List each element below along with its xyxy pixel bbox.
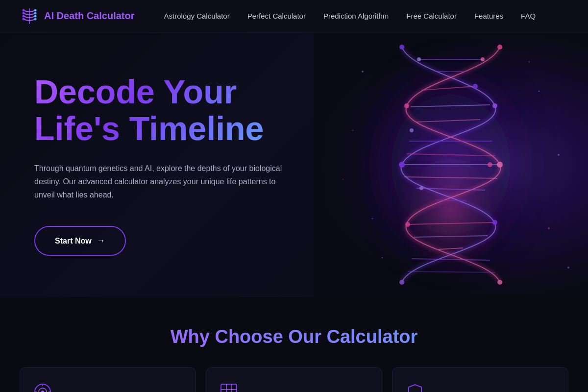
svg-point-51 bbox=[343, 179, 344, 180]
feature-card-ai-powered: AI-Powered bbox=[20, 367, 196, 392]
svg-point-30 bbox=[492, 103, 497, 108]
dna-helix-svg bbox=[314, 32, 588, 297]
svg-point-46 bbox=[558, 154, 560, 156]
svg-point-41 bbox=[405, 222, 410, 227]
svg-point-4 bbox=[23, 15, 25, 17]
svg-point-28 bbox=[417, 57, 421, 61]
nav-links: Astrology Calculator Perfect Calculator … bbox=[164, 12, 568, 20]
svg-point-6 bbox=[23, 18, 25, 20]
nav-prediction-algorithm[interactable]: Prediction Algorithm bbox=[323, 12, 389, 20]
svg-point-0 bbox=[23, 9, 25, 11]
svg-point-48 bbox=[548, 227, 550, 229]
multi-dimensional-icon bbox=[220, 383, 368, 392]
svg-point-1 bbox=[34, 9, 37, 11]
logo[interactable]: AI Death Calculator bbox=[20, 6, 134, 26]
ai-powered-icon bbox=[34, 383, 182, 392]
svg-point-2 bbox=[23, 12, 25, 14]
svg-point-43 bbox=[362, 71, 364, 73]
dna-background bbox=[314, 32, 588, 297]
hero-section: Decode Your Life's Timeline Through quan… bbox=[0, 32, 588, 297]
svg-point-29 bbox=[473, 84, 478, 89]
hero-visual bbox=[314, 32, 588, 297]
hero-content: Decode Your Life's Timeline Through quan… bbox=[0, 44, 314, 285]
logo-text: AI Death Calculator bbox=[44, 10, 134, 22]
svg-point-50 bbox=[567, 267, 569, 269]
svg-point-33 bbox=[488, 162, 492, 167]
why-section: Why Choose Our Calculator AI-Powered bbox=[0, 297, 588, 392]
svg-point-31 bbox=[410, 128, 414, 132]
privacy-icon bbox=[406, 383, 554, 392]
hero-title: Decode Your Life's Timeline bbox=[34, 74, 284, 147]
nav-perfect-calculator[interactable]: Perfect Calculator bbox=[247, 12, 306, 20]
svg-point-3 bbox=[34, 12, 37, 14]
svg-point-45 bbox=[352, 130, 354, 131]
svg-point-52 bbox=[529, 61, 530, 63]
svg-point-34 bbox=[419, 186, 423, 190]
svg-point-42 bbox=[497, 280, 502, 285]
nav-features[interactable]: Features bbox=[474, 12, 503, 20]
svg-point-36 bbox=[399, 280, 404, 285]
feature-card-multi-dimensional: Multi-Dimensional Analysis bbox=[206, 367, 382, 392]
svg-point-38 bbox=[481, 57, 485, 61]
svg-point-47 bbox=[372, 218, 373, 220]
svg-point-35 bbox=[492, 220, 497, 225]
feature-cards-row: AI-Powered Multi-Dimensional Analysis bbox=[20, 367, 568, 392]
svg-point-5 bbox=[34, 15, 37, 17]
nav-astrology-calculator[interactable]: Astrology Calculator bbox=[164, 12, 229, 20]
feature-card-privacy: Privacy Protected bbox=[392, 367, 568, 392]
svg-point-39 bbox=[404, 103, 409, 108]
svg-point-7 bbox=[34, 18, 37, 20]
hero-description: Through quantum genetics and AI, explore… bbox=[34, 162, 284, 202]
svg-point-37 bbox=[497, 45, 502, 49]
navbar: AI Death Calculator Astrology Calculator… bbox=[0, 0, 588, 32]
nav-free-calculator[interactable]: Free Calculator bbox=[406, 12, 457, 20]
why-section-title: Why Choose Our Calculator bbox=[20, 326, 568, 347]
start-now-button[interactable]: Start Now → bbox=[34, 226, 126, 256]
svg-point-27 bbox=[399, 45, 404, 49]
svg-point-44 bbox=[539, 91, 540, 92]
svg-rect-56 bbox=[221, 384, 237, 392]
svg-point-32 bbox=[399, 162, 405, 168]
svg-point-40 bbox=[497, 162, 503, 168]
nav-faq[interactable]: FAQ bbox=[521, 12, 536, 20]
svg-point-49 bbox=[382, 257, 383, 259]
arrow-icon: → bbox=[97, 236, 105, 246]
logo-icon bbox=[20, 6, 39, 26]
